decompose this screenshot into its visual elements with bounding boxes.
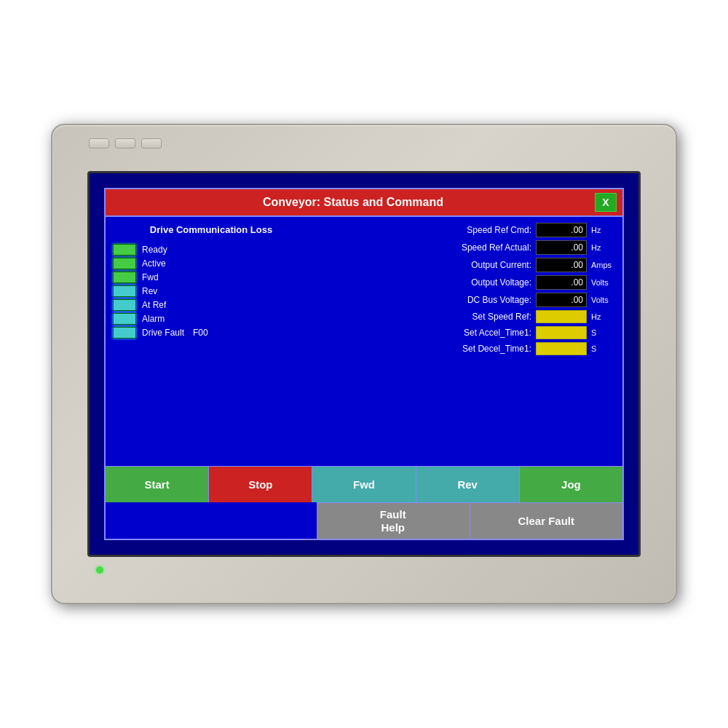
data-row-value: .00 bbox=[536, 275, 587, 290]
status-label: Fwd bbox=[142, 272, 159, 282]
data-row-value[interactable] bbox=[536, 310, 587, 323]
status-led-alarm bbox=[113, 313, 136, 325]
status-label: Active bbox=[142, 258, 166, 269]
button-row-1: StartStopFwdRevJog bbox=[106, 466, 622, 502]
data-row-unit: S bbox=[591, 328, 617, 337]
hmi-top-bar bbox=[89, 138, 162, 149]
data-row: DC Bus Voltage:.00Volts bbox=[323, 293, 617, 307]
status-label: At Ref bbox=[142, 300, 166, 310]
rev-button[interactable]: Rev bbox=[416, 467, 520, 502]
stop-button[interactable]: Stop bbox=[209, 467, 312, 502]
status-led-rev bbox=[113, 285, 136, 297]
status-label: Drive Fault bbox=[142, 328, 184, 338]
data-row-unit: Hz bbox=[591, 243, 617, 252]
fault-code: F00 bbox=[193, 328, 208, 338]
data-row-label: Speed Ref Cmd: bbox=[437, 225, 531, 235]
status-led-active bbox=[113, 258, 136, 269]
data-row-value[interactable] bbox=[536, 326, 587, 339]
status-label: Alarm bbox=[142, 314, 165, 324]
data-row-unit: Hz bbox=[591, 226, 617, 234]
data-row-label: Set Accel_Time1: bbox=[437, 328, 531, 338]
data-row-unit: Hz bbox=[591, 312, 617, 321]
status-item: Drive FaultF00 bbox=[113, 327, 309, 339]
status-item: At Ref bbox=[113, 299, 309, 311]
button-row-2: Fault HelpClear Fault bbox=[317, 502, 622, 539]
comm-loss-label: Drive Communication Loss bbox=[113, 224, 309, 235]
title-bar: Conveyor: Status and Command X bbox=[106, 189, 622, 217]
close-button[interactable]: X bbox=[595, 193, 617, 212]
status-item: Active bbox=[113, 258, 309, 269]
data-row-unit: S bbox=[591, 344, 617, 353]
data-row-label: Output Voltage: bbox=[437, 277, 531, 288]
data-row-value: .00 bbox=[536, 293, 587, 307]
status-led-ready bbox=[113, 244, 136, 256]
data-row: Output Current:.00Amps bbox=[323, 258, 617, 272]
data-row: Speed Ref Actual:.00Hz bbox=[323, 240, 617, 255]
status-led-fwd bbox=[113, 272, 136, 283]
top-btn-3 bbox=[141, 138, 162, 149]
data-row-label: Speed Ref Actual: bbox=[437, 242, 531, 253]
data-row: Set Decel_Time1:S bbox=[323, 342, 617, 355]
status-led-drive-fault bbox=[113, 327, 136, 339]
data-row-unit: Volts bbox=[591, 278, 617, 287]
data-row-label: Set Decel_Time1: bbox=[437, 344, 531, 354]
status-list: ReadyActiveFwdRevAt RefAlarmDrive FaultF… bbox=[113, 244, 309, 339]
start-button[interactable]: Start bbox=[106, 467, 209, 502]
window-title: Conveyor: Status and Command bbox=[111, 196, 595, 209]
status-item: Alarm bbox=[113, 313, 309, 325]
data-row: Speed Ref Cmd:.00Hz bbox=[323, 223, 617, 237]
data-row-value: .00 bbox=[536, 258, 587, 272]
data-row-value: .00 bbox=[536, 240, 587, 255]
screen: Conveyor: Status and Command X Drive Com… bbox=[87, 171, 641, 557]
top-btn-2 bbox=[115, 138, 135, 149]
data-row-unit: Amps bbox=[591, 261, 617, 269]
top-btn-1 bbox=[89, 138, 109, 149]
status-led-at-ref bbox=[113, 299, 136, 311]
status-item: Fwd bbox=[113, 272, 309, 283]
fault-help-button[interactable]: Fault Help bbox=[317, 503, 470, 539]
status-item: Rev bbox=[113, 285, 309, 297]
status-label: Rev bbox=[142, 286, 157, 296]
data-row-value: .00 bbox=[536, 223, 587, 237]
data-row-unit: Volts bbox=[591, 296, 617, 304]
data-row-label: Output Current: bbox=[437, 260, 531, 270]
power-led bbox=[96, 566, 103, 574]
data-row: Set Speed Ref:Hz bbox=[323, 310, 617, 323]
hmi-device: Conveyor: Status and Command X Drive Com… bbox=[51, 124, 677, 604]
data-row: Output Voltage:.00Volts bbox=[323, 275, 617, 290]
status-label: Ready bbox=[142, 245, 167, 255]
window: Conveyor: Status and Command X Drive Com… bbox=[104, 188, 624, 540]
data-row-label: DC Bus Voltage: bbox=[437, 295, 531, 305]
data-row-value[interactable] bbox=[536, 342, 587, 355]
data-row-label: Set Speed Ref: bbox=[437, 312, 531, 322]
status-item: Ready bbox=[113, 244, 309, 256]
data-row: Set Accel_Time1:S bbox=[323, 326, 617, 339]
jog-button[interactable]: Jog bbox=[520, 467, 622, 502]
fwd-button[interactable]: Fwd bbox=[312, 467, 416, 502]
clear-fault-button[interactable]: Clear Fault bbox=[470, 503, 623, 539]
